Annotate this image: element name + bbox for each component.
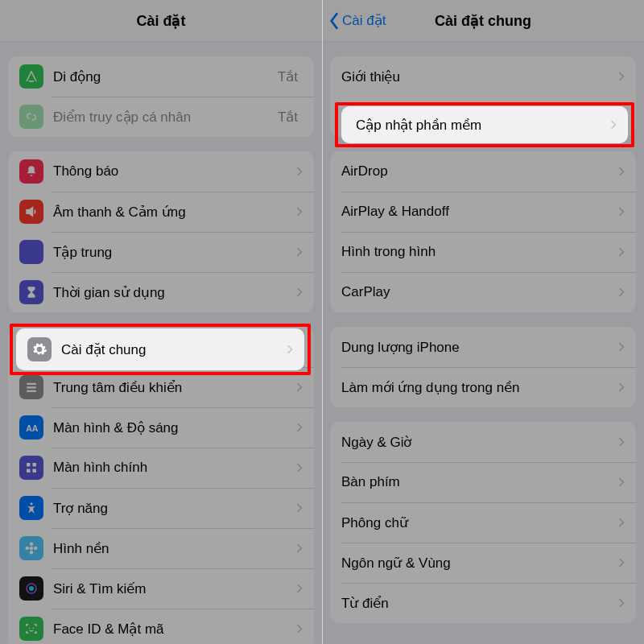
- row-screentime[interactable]: Thời gian sử dụng: [8, 272, 314, 312]
- svg-text:AA: AA: [26, 423, 39, 433]
- svg-rect-2: [27, 390, 36, 392]
- antenna-icon: [19, 64, 43, 89]
- row-label: Trung tâm điều khiển: [53, 379, 296, 396]
- row-label: Face ID & Mật mã: [53, 621, 296, 638]
- row-label: Trợ năng: [53, 500, 296, 517]
- row-label: CarPlay: [341, 284, 618, 300]
- svg-point-9: [30, 547, 34, 551]
- row-hotspot[interactable]: Điểm truy cập cá nhân Tắt: [8, 97, 314, 137]
- row-label: Siri & Tìm kiếm: [53, 580, 296, 597]
- group-about: Giới thiệu Cập nhật phần mềm: [330, 56, 636, 137]
- svg-rect-1: [27, 386, 36, 388]
- siri-icon: [19, 576, 43, 601]
- row-label: Màn hình & Độ sáng: [53, 419, 296, 436]
- chevron-right-icon: [296, 382, 303, 393]
- row-label: Ngày & Giờ: [341, 434, 618, 451]
- row-cellular[interactable]: Di động Tắt: [8, 56, 314, 97]
- row-label: Giới thiệu: [341, 68, 618, 85]
- chevron-right-icon: [296, 422, 303, 433]
- svg-point-16: [29, 628, 31, 630]
- group-storage: Dung lượng iPhone Làm mới ứng dụng trong…: [330, 327, 636, 407]
- row-label: Dung lượng iPhone: [341, 339, 618, 356]
- row-airplay[interactable]: AirPlay & Handoff: [330, 192, 636, 232]
- row-label: Làm mới ứng dụng trong nền: [341, 379, 618, 396]
- hourglass-icon: [19, 280, 43, 304]
- header-left: Cài đặt: [0, 0, 322, 42]
- row-value: Tắt: [278, 68, 298, 85]
- chevron-right-icon: [296, 287, 303, 298]
- chevron-right-icon: [618, 382, 625, 393]
- row-control-center[interactable]: Trung tâm điều khiển: [8, 367, 314, 407]
- row-display[interactable]: AA Màn hình & Độ sáng: [8, 407, 314, 448]
- accessibility-icon: [19, 496, 43, 520]
- svg-point-12: [26, 547, 30, 551]
- chevron-right-icon: [618, 246, 625, 258]
- row-label: Tập trung: [53, 244, 296, 261]
- svg-rect-7: [33, 469, 37, 473]
- row-label: Từ điển: [341, 595, 618, 612]
- group-general: Cài đặt chung Trung tâm điều khiển AA Mà…: [8, 327, 314, 644]
- settings-pane-left: Cài đặt Di động Tắt Điểm truy cập cá nhâ…: [0, 0, 322, 644]
- page-title-right: Cài đặt chung: [435, 12, 531, 30]
- row-datetime[interactable]: Ngày & Giờ: [330, 422, 636, 462]
- row-label: Ngôn ngữ & Vùng: [341, 555, 618, 572]
- group-locale: Ngày & Giờ Bàn phím Phông chữ Ngôn ngữ &…: [330, 422, 636, 623]
- chevron-right-icon: [618, 597, 625, 609]
- chevron-right-icon: [618, 166, 625, 177]
- moon-icon: [19, 240, 43, 264]
- svg-rect-6: [27, 469, 31, 473]
- row-accessibility[interactable]: Trợ năng: [8, 488, 314, 528]
- chevron-right-icon: [618, 557, 625, 568]
- row-background-refresh[interactable]: Làm mới ứng dụng trong nền: [330, 367, 636, 407]
- row-label: AirDrop: [341, 163, 618, 180]
- row-dictionary[interactable]: Từ điển: [330, 583, 636, 623]
- chevron-right-icon: [618, 71, 625, 82]
- svg-point-11: [30, 551, 34, 555]
- grid-icon: [19, 456, 43, 480]
- header-right: Cài đặt Cài đặt chung: [322, 0, 644, 42]
- row-sounds[interactable]: Âm thanh & Cảm ứng: [8, 192, 314, 232]
- row-fonts[interactable]: Phông chữ: [330, 502, 636, 543]
- row-notifications[interactable]: Thông báo: [8, 151, 314, 192]
- chevron-right-icon: [296, 206, 303, 217]
- row-label: Âm thanh & Cảm ứng: [53, 204, 296, 221]
- row-label: Hình trong hình: [341, 244, 618, 260]
- pane-divider: [322, 0, 323, 644]
- chevron-right-icon: [618, 287, 625, 298]
- link-icon: [19, 105, 43, 129]
- row-label: Màn hình chính: [53, 460, 296, 476]
- group-connectivity: Di động Tắt Điểm truy cập cá nhân Tắt: [8, 56, 314, 137]
- chevron-right-icon: [296, 502, 303, 514]
- svg-rect-4: [27, 463, 31, 467]
- row-value: Tắt: [278, 109, 298, 126]
- back-button[interactable]: Cài đặt: [328, 0, 386, 41]
- row-home-screen[interactable]: Màn hình chính: [8, 448, 314, 488]
- row-carplay[interactable]: CarPlay: [330, 272, 636, 312]
- settings-pane-right: Cài đặt Cài đặt chung Giới thiệu Cập nhậ…: [322, 0, 644, 644]
- bell-icon: [19, 159, 43, 184]
- chevron-right-icon: [296, 462, 303, 473]
- chevron-right-icon: [296, 246, 303, 258]
- row-siri[interactable]: Siri & Tìm kiếm: [8, 568, 314, 609]
- row-storage[interactable]: Dung lượng iPhone: [330, 327, 636, 367]
- row-focus[interactable]: Tập trung: [8, 232, 314, 272]
- chevron-right-icon: [296, 543, 303, 554]
- sliders-icon: [19, 375, 43, 399]
- row-about[interactable]: Giới thiệu: [330, 56, 636, 97]
- row-wallpaper[interactable]: Hình nền: [8, 528, 314, 568]
- chevron-right-icon: [296, 166, 303, 177]
- chevron-left-icon: [328, 12, 340, 30]
- row-pip[interactable]: Hình trong hình: [330, 232, 636, 272]
- svg-point-8: [31, 502, 33, 505]
- svg-rect-0: [27, 383, 36, 385]
- row-keyboard[interactable]: Bàn phím: [330, 462, 636, 502]
- svg-rect-5: [33, 463, 37, 467]
- row-faceid[interactable]: Face ID & Mật mã: [8, 609, 314, 644]
- row-language[interactable]: Ngôn ngữ & Vùng: [330, 543, 636, 583]
- row-label: Thời gian sử dụng: [53, 284, 296, 301]
- row-label: Di động: [53, 68, 278, 85]
- row-airdrop[interactable]: AirDrop: [330, 151, 636, 192]
- speaker-icon: [19, 200, 43, 224]
- row-label: AirPlay & Handoff: [341, 204, 618, 220]
- row-label: Điểm truy cập cá nhân: [53, 109, 278, 126]
